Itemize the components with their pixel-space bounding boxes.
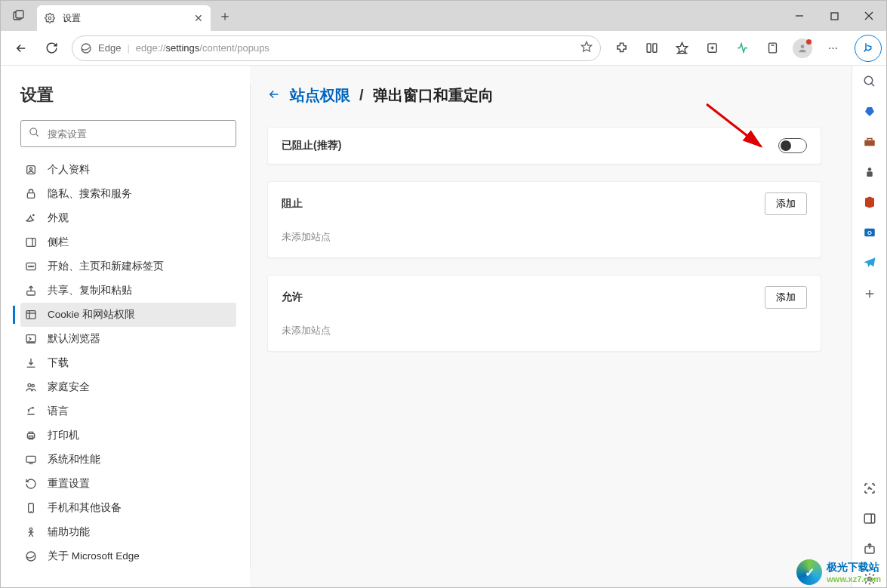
svg-rect-43 — [26, 456, 35, 462]
svg-line-50 — [871, 83, 874, 86]
avatar-icon — [793, 38, 812, 58]
sidebar-item-label: 家庭安全 — [48, 380, 90, 394]
svg-point-52 — [867, 168, 871, 171]
nav-icon — [25, 260, 38, 272]
favorites-icon[interactable] — [669, 35, 695, 61]
sidebar-item[interactable]: 手机和其他设备 — [20, 496, 236, 520]
nav-icon — [25, 188, 38, 200]
nav-icon — [25, 478, 38, 490]
svg-rect-51 — [864, 140, 875, 146]
sidebar-item[interactable]: 下载 — [20, 351, 236, 375]
extensions-icon[interactable] — [608, 35, 634, 61]
sidebar-item[interactable]: 语言 — [20, 399, 236, 423]
sidebar-add-icon[interactable]: ＋ — [861, 285, 878, 301]
profile-avatar[interactable] — [790, 35, 815, 61]
sidebar-search-icon[interactable] — [861, 73, 878, 90]
tab-active[interactable]: 设置 ✕ — [37, 5, 211, 31]
sidebar-outlook-icon[interactable]: O — [861, 224, 878, 241]
blocked-toggle[interactable] — [778, 138, 807, 153]
sidebar-item-label: 默认浏览器 — [48, 332, 100, 346]
sidebar-tools-icon[interactable] — [861, 134, 878, 150]
maximize-button[interactable] — [817, 1, 852, 31]
sidebar-games-icon[interactable] — [861, 164, 878, 180]
sidebar-item[interactable]: 侧栏 — [20, 230, 236, 254]
sidebar-item-label: 辅助功能 — [48, 525, 90, 539]
gear-icon — [45, 13, 57, 23]
allow-add-button[interactable]: 添加 — [765, 286, 807, 309]
breadcrumb-back-icon[interactable] — [267, 88, 281, 103]
sidebar-item[interactable]: Cookie 和网站权限 — [20, 303, 236, 327]
sidebar-item[interactable]: 个人资料 — [20, 158, 236, 182]
sidebar-shopping-icon[interactable] — [861, 103, 878, 120]
content-body: 设置 个人资料隐私、搜索和服务外观侧栏开始、主页和新建标签页共享、复制和粘贴Co… — [1, 66, 886, 587]
nav-icon — [25, 333, 38, 345]
svg-point-29 — [30, 266, 31, 266]
sidebar-office-icon[interactable] — [861, 194, 878, 211]
sidebar-item[interactable]: 系统和性能 — [20, 448, 236, 472]
breadcrumb-site-permissions[interactable]: 站点权限 — [290, 85, 350, 106]
svg-rect-53 — [867, 171, 873, 177]
sidebar-item[interactable]: 重置设置 — [20, 472, 236, 496]
back-button[interactable] — [8, 35, 34, 61]
tab-overview-button[interactable] — [1, 10, 37, 22]
tabs-overview-icon — [13, 10, 25, 22]
split-screen-icon[interactable] — [639, 35, 664, 61]
refresh-button[interactable] — [38, 35, 64, 61]
sidebar-telegram-icon[interactable] — [861, 254, 878, 271]
settings-search[interactable] — [20, 120, 236, 147]
nav-icon — [25, 405, 38, 417]
sidebar-item[interactable]: 辅助功能 — [20, 520, 236, 544]
window-frame: 设置 ✕ ＋ Edge | edge://settings/content/po… — [0, 0, 887, 588]
svg-marker-11 — [676, 42, 687, 52]
address-bar[interactable]: Edge | edge://settings/content/popups — [72, 35, 601, 61]
sidebar-share-icon[interactable] — [861, 540, 878, 557]
sidebar-item-label: 外观 — [48, 211, 69, 225]
allow-section-label: 允许 — [282, 291, 303, 304]
svg-point-59 — [867, 577, 871, 581]
sidebar-item[interactable]: 家庭安全 — [20, 375, 236, 399]
minimize-button[interactable] — [782, 1, 817, 31]
sidebar-panel-icon[interactable] — [861, 510, 878, 527]
close-button[interactable] — [852, 1, 886, 31]
blocked-toggle-label: 已阻止(推荐) — [282, 139, 341, 152]
settings-nav: 个人资料隐私、搜索和服务外观侧栏开始、主页和新建标签页共享、复制和粘贴Cooki… — [20, 158, 236, 568]
performance-icon[interactable] — [729, 35, 755, 61]
svg-point-30 — [32, 266, 33, 266]
toggle-knob — [781, 140, 791, 151]
svg-rect-9 — [647, 44, 651, 52]
svg-point-28 — [29, 266, 29, 266]
sidebar-item[interactable]: 开始、主页和新建标签页 — [20, 254, 236, 279]
favorite-star-icon[interactable] — [581, 41, 593, 55]
settings-heading: 设置 — [20, 84, 236, 106]
sidebar-item[interactable]: 外观 — [20, 206, 236, 230]
block-empty-text: 未添加站点 — [282, 230, 331, 244]
sidebar-item-label: 重置设置 — [48, 477, 90, 491]
breadcrumb: 站点权限 / 弹出窗口和重定向 — [267, 85, 821, 106]
svg-point-18 — [801, 45, 805, 48]
app-icon[interactable] — [759, 35, 785, 61]
svg-point-40 — [32, 408, 33, 408]
sidebar-item[interactable]: 关于 Microsoft Edge — [20, 544, 236, 568]
bing-chat-button[interactable] — [855, 35, 882, 62]
settings-content: 站点权限 / 弹出窗口和重定向 已阻止(推荐) 阻止 添加 未添加站点 — [251, 66, 852, 587]
sidebar-item[interactable]: 隐私、搜索和服务 — [20, 182, 236, 206]
new-tab-button[interactable]: ＋ — [214, 5, 236, 27]
sidebar-item-label: 打印机 — [48, 429, 79, 442]
sidebar-item[interactable]: 默认浏览器 — [20, 327, 236, 351]
sidebar-item-label: 关于 Microsoft Edge — [48, 550, 140, 563]
sidebar-settings-icon[interactable] — [861, 571, 878, 587]
block-add-button[interactable]: 添加 — [765, 192, 807, 215]
more-menu-icon[interactable]: ⋯ — [820, 35, 845, 61]
breadcrumb-separator: / — [359, 87, 364, 104]
settings-search-input[interactable] — [48, 128, 228, 140]
nav-icon — [25, 550, 38, 562]
svg-point-38 — [28, 383, 31, 386]
sidebar-screenshot-icon[interactable] — [861, 480, 878, 497]
tab-close-icon[interactable]: ✕ — [194, 12, 203, 24]
svg-line-20 — [35, 134, 38, 136]
address-url: edge://settings/content/popups — [136, 42, 269, 54]
nav-icon — [25, 164, 38, 176]
sidebar-item[interactable]: 打印机 — [20, 423, 236, 448]
collections-icon[interactable] — [699, 35, 725, 61]
sidebar-item[interactable]: 共享、复制和粘贴 — [20, 279, 236, 303]
